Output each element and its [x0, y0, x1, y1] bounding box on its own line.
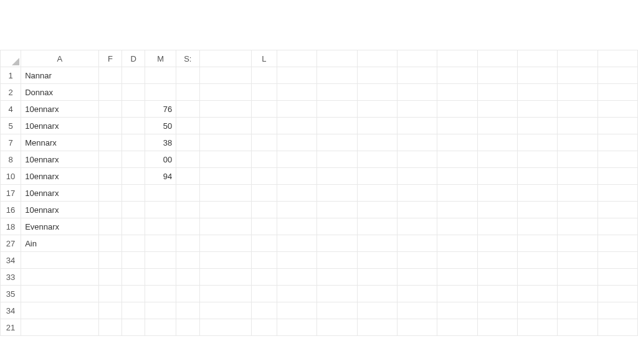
cell[interactable] [21, 252, 99, 269]
cell[interactable] [145, 202, 176, 218]
cell[interactable] [397, 319, 437, 336]
cell[interactable] [517, 101, 557, 118]
cell[interactable] [477, 185, 517, 202]
cell[interactable] [21, 319, 99, 336]
cell[interactable] [145, 218, 176, 235]
cell[interactable] [357, 84, 397, 101]
cell[interactable] [397, 134, 437, 151]
cell[interactable] [598, 67, 637, 84]
cell[interactable] [517, 235, 557, 252]
row-header[interactable]: 1 [1, 67, 21, 84]
cell[interactable] [277, 134, 317, 151]
cell[interactable] [122, 134, 145, 151]
cell[interactable] [122, 118, 145, 134]
cell[interactable] [277, 252, 317, 269]
cell[interactable] [558, 302, 598, 319]
cell[interactable] [477, 168, 517, 185]
cell[interactable] [251, 218, 277, 235]
cell[interactable] [477, 67, 517, 84]
row-header[interactable]: 8 [1, 151, 21, 168]
cell[interactable] [176, 286, 199, 302]
cell[interactable] [357, 67, 397, 84]
cell[interactable] [397, 202, 437, 218]
cell[interactable] [122, 67, 145, 84]
row-header[interactable]: 34 [1, 302, 21, 319]
cell[interactable] [357, 218, 397, 235]
cell[interactable] [176, 218, 199, 235]
cell[interactable] [145, 84, 176, 101]
cell[interactable] [517, 218, 557, 235]
cell[interactable]: Nannar [21, 67, 99, 84]
cell[interactable] [277, 269, 317, 286]
cell[interactable] [437, 151, 477, 168]
cell[interactable] [558, 319, 598, 336]
cell[interactable] [176, 101, 199, 118]
cell[interactable] [357, 101, 397, 118]
cell[interactable] [477, 118, 517, 134]
cell[interactable] [477, 218, 517, 235]
row-header[interactable]: 10 [1, 168, 21, 185]
cell[interactable] [98, 134, 121, 151]
cell[interactable] [277, 84, 317, 101]
cell[interactable] [477, 101, 517, 118]
row-header[interactable]: 5 [1, 118, 21, 134]
row-header[interactable]: 33 [1, 269, 21, 286]
cell[interactable] [317, 252, 357, 269]
cell[interactable] [558, 185, 598, 202]
cell[interactable] [317, 118, 357, 134]
cell[interactable] [251, 269, 277, 286]
cell[interactable] [397, 252, 437, 269]
cell[interactable] [357, 252, 397, 269]
cell[interactable] [98, 67, 121, 84]
cell[interactable] [598, 168, 637, 185]
cell[interactable] [397, 67, 437, 84]
cell[interactable] [437, 302, 477, 319]
cell[interactable] [98, 118, 121, 134]
cell[interactable] [98, 84, 121, 101]
cell[interactable] [98, 269, 121, 286]
cell[interactable] [122, 84, 145, 101]
cell[interactable] [199, 185, 251, 202]
cell[interactable] [277, 151, 317, 168]
cell[interactable] [176, 235, 199, 252]
cell[interactable] [357, 286, 397, 302]
cell[interactable] [317, 302, 357, 319]
cell[interactable] [517, 319, 557, 336]
cell[interactable] [517, 269, 557, 286]
cell[interactable] [558, 286, 598, 302]
cell[interactable] [199, 218, 251, 235]
cell[interactable] [145, 302, 176, 319]
cell[interactable] [98, 319, 121, 336]
cell[interactable] [122, 302, 145, 319]
cell[interactable] [277, 235, 317, 252]
cell[interactable] [598, 286, 637, 302]
cell[interactable] [251, 319, 277, 336]
cell[interactable] [122, 319, 145, 336]
cell[interactable] [145, 67, 176, 84]
row-header[interactable]: 34 [1, 252, 21, 269]
cell[interactable] [251, 302, 277, 319]
column-header-S[interactable]: S: [176, 50, 199, 67]
cell[interactable]: 50 [145, 118, 176, 134]
cell[interactable] [437, 319, 477, 336]
cell[interactable] [176, 252, 199, 269]
cell[interactable] [317, 84, 357, 101]
cell[interactable] [437, 168, 477, 185]
cell[interactable] [122, 202, 145, 218]
cell[interactable] [176, 168, 199, 185]
cell[interactable] [98, 302, 121, 319]
cell[interactable] [558, 84, 598, 101]
column-header-blank8[interactable] [517, 50, 557, 67]
cell[interactable] [199, 319, 251, 336]
cell[interactable] [397, 185, 437, 202]
cell[interactable] [122, 218, 145, 235]
cell[interactable] [251, 235, 277, 252]
cell[interactable] [145, 286, 176, 302]
cell[interactable] [251, 286, 277, 302]
cell[interactable] [598, 252, 637, 269]
cell[interactable] [397, 101, 437, 118]
cell[interactable] [517, 168, 557, 185]
cell[interactable] [122, 101, 145, 118]
cell[interactable] [517, 151, 557, 168]
cell[interactable] [277, 286, 317, 302]
